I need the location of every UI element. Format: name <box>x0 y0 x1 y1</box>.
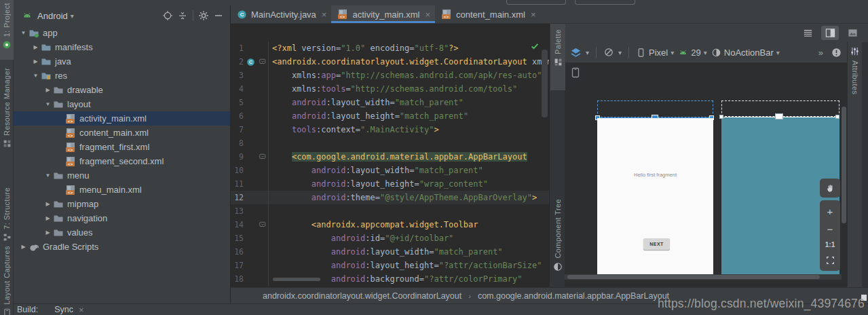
tree-item-fragment-second-xml[interactable]: <>fragment_second.xml <box>14 154 230 168</box>
code-line-6[interactable]: 6 android:layout_height="match_parent" <box>231 109 549 123</box>
code-line-2[interactable]: 2C<androidx.coordinatorlayout.widget.Coo… <box>231 55 549 69</box>
class-marker-icon[interactable]: C <box>246 58 255 67</box>
component-tree-tab[interactable]: Component Tree <box>550 199 565 272</box>
chevron-collapsed-icon[interactable]: ▶ <box>31 44 40 50</box>
settings-gear-button[interactable] <box>196 9 211 22</box>
zoom-ratio-button[interactable]: 1:1 <box>825 241 835 248</box>
selection-handle[interactable] <box>719 115 723 119</box>
chevron-collapsed-icon[interactable]: ▶ <box>43 229 52 236</box>
tree-item-navigation[interactable]: ▶navigation <box>14 211 230 225</box>
tree-item-layout[interactable]: ▼layout <box>14 97 230 111</box>
code-line-10[interactable]: 10 android:layout_width="match_parent" <box>231 164 549 177</box>
code-line-13[interactable]: 13 <box>231 204 549 218</box>
editor-vertical-scrollbar[interactable] <box>542 50 548 117</box>
tree-item-menu[interactable]: ▼menu <box>14 168 230 183</box>
code-line-16[interactable]: 16 android:layout_width="match_parent" <box>231 245 549 259</box>
canvas-horizontal-scrollbar[interactable] <box>567 275 820 279</box>
chevron-collapsed-icon[interactable]: ▶ <box>31 58 40 64</box>
split-view-button[interactable] <box>821 26 839 40</box>
device-widget-cut[interactable] <box>575 0 635 5</box>
sidebar-tab-project[interactable]: 1: Project <box>0 3 14 50</box>
close-icon[interactable]: × <box>531 10 536 20</box>
canvas-vertical-scrollbar[interactable] <box>842 107 846 223</box>
close-icon[interactable]: × <box>322 10 327 20</box>
breadcrumb-item-coordinatorlayout[interactable]: androidx.coordinatorlayout.widget.Coordi… <box>263 291 461 301</box>
sidebar-tab-layout-captures[interactable]: Layout Captures <box>0 246 14 315</box>
fold-marker-icon[interactable] <box>259 153 266 160</box>
orientation-icon[interactable] <box>603 47 614 58</box>
tree-item-gradle-scripts[interactable]: ▶Gradle Scripts <box>14 240 230 254</box>
chevron-expanded-icon[interactable]: ▼ <box>43 172 52 179</box>
chevron-collapsed-icon[interactable]: ▶ <box>19 244 28 250</box>
code-line-11[interactable]: 11 android:layout_height="wrap_content" <box>231 177 549 191</box>
tree-item-fragment-first-xml[interactable]: <>fragment_first.xml <box>14 140 230 154</box>
issues-icon[interactable] <box>831 48 842 58</box>
tree-item-mipmap[interactable]: ▶mipmap <box>14 197 230 211</box>
editor-tab-activity-main-xml[interactable]: <>activity_main.xml× <box>331 5 435 23</box>
chevron-expanded-icon[interactable]: ▼ <box>19 30 28 36</box>
attributes-tab[interactable]: Attributes <box>847 42 862 287</box>
hide-panel-button[interactable] <box>211 9 226 22</box>
code-line-9[interactable]: 9 <com.google.android.material.appbar.Ap… <box>231 150 549 164</box>
project-view-selector[interactable]: Android <box>37 11 68 21</box>
tree-item-content-main-xml[interactable]: <>content_main.xml <box>14 126 230 140</box>
tree-item-values[interactable]: ▶values <box>14 225 230 240</box>
fold-slot[interactable] <box>258 153 267 160</box>
api-level-selector[interactable]: 29 ▾ <box>678 48 707 58</box>
design-view-button[interactable] <box>844 26 861 40</box>
tree-item-activity-main-xml[interactable]: <>activity_main.xml <box>14 111 230 126</box>
close-icon[interactable]: × <box>425 10 430 20</box>
zoom-in-button[interactable]: + <box>827 206 833 217</box>
tree-item-res[interactable]: ▼res <box>14 69 230 83</box>
sidebar-tab-resource-manager[interactable]: Resource Manager <box>0 68 14 148</box>
code-line-14[interactable]: 14 <androidx.appcompat.widget.Toolbar <box>231 218 549 231</box>
fold-marker-icon[interactable] <box>259 221 266 228</box>
chevron-collapsed-icon[interactable]: ▶ <box>43 215 52 221</box>
fold-slot[interactable] <box>258 58 267 65</box>
code-line-1[interactable]: 1<?xml version="1.0" encoding="utf-8"?> <box>231 41 549 55</box>
device-preview-design[interactable] <box>597 118 713 279</box>
chevron-collapsed-icon[interactable]: ▶ <box>43 201 52 207</box>
code-line-7[interactable]: 7 tools:context=".MainActivity"> <box>231 123 549 136</box>
code-line-3[interactable]: 3 xmlns:app="http://schemas.android.com/… <box>231 69 549 82</box>
sidebar-tab-structure[interactable]: 7: Structure <box>0 187 14 242</box>
chevron-collapsed-icon[interactable]: ▶ <box>43 87 52 93</box>
editor-horizontal-scrollbar[interactable] <box>273 278 320 281</box>
theme-selector[interactable]: NoActionBar ▾ <box>711 48 780 58</box>
version-control-icon[interactable] <box>2 40 12 50</box>
palette-tab[interactable]: Palette <box>550 24 565 90</box>
chevron-expanded-icon[interactable]: ▼ <box>43 101 52 107</box>
design-surface-mode-icon[interactable] <box>570 47 582 58</box>
device-frame-icon[interactable] <box>570 67 581 78</box>
close-icon[interactable]: × <box>79 305 84 315</box>
breadcrumb-item-appbarlayout[interactable]: com.google.android.material.appbar.AppBa… <box>478 291 669 301</box>
code-line-15[interactable]: 15 android:id="@+id/toolbar" <box>231 231 549 245</box>
inspections-ok-icon[interactable] <box>530 41 540 51</box>
selection-handle[interactable] <box>775 113 783 119</box>
build-sync-tab[interactable]: Sync × <box>54 305 83 315</box>
tree-item-menu-main-xml[interactable]: <>menu_main.xml <box>14 183 230 197</box>
code-line-8[interactable]: 8 <box>231 136 549 150</box>
zoom-out-button[interactable]: − <box>827 224 833 234</box>
pan-tool-button[interactable] <box>820 179 840 198</box>
preview-next-button[interactable]: NEXT <box>643 238 670 250</box>
code-line-12[interactable]: 12 android:theme="@style/AppTheme.AppBar… <box>231 191 549 204</box>
design-canvas[interactable]: Hello first fragment NEXT + − 1:1 <box>565 63 847 287</box>
selection-handle[interactable] <box>835 115 839 119</box>
collapse-all-button[interactable] <box>175 9 190 22</box>
run-config-widget-cut[interactable] <box>506 0 566 5</box>
tree-item-java[interactable]: ▶java <box>14 54 230 69</box>
chevron-down-icon[interactable]: ▾ <box>71 12 74 20</box>
editor-tab-mainactivity-java[interactable]: CMainActivity.java× <box>231 5 331 23</box>
code-line-4[interactable]: 4 xmlns:tools="http://schemas.android.co… <box>231 82 549 96</box>
locate-file-button[interactable] <box>160 9 175 22</box>
tree-item-drawable[interactable]: ▶drawable <box>14 83 230 97</box>
chevron-expanded-icon[interactable]: ▼ <box>31 73 40 79</box>
code-view-button[interactable] <box>799 26 816 40</box>
editor-tab-content-main-xml[interactable]: <>content_main.xml× <box>435 5 540 23</box>
fold-marker-icon[interactable] <box>259 58 266 65</box>
code-editor[interactable]: 1<?xml version="1.0" encoding="utf-8"?>2… <box>231 24 549 287</box>
zoom-to-fit-icon[interactable] <box>826 256 835 265</box>
fold-slot[interactable] <box>258 221 267 228</box>
tree-item-manifests[interactable]: ▶manifests <box>14 40 230 54</box>
